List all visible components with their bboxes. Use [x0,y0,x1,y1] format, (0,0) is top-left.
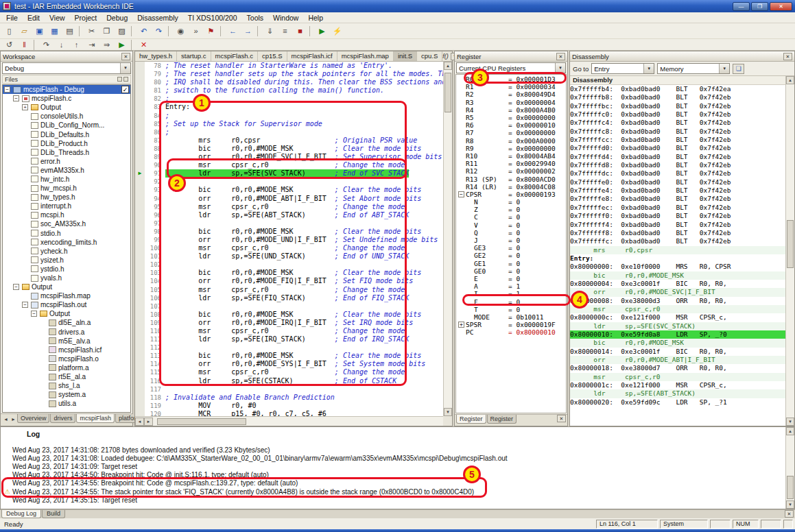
scroll-right-icon[interactable]: ► [144,418,153,426]
navigate-forward-button[interactable]: → [241,25,255,38]
tree-item[interactable]: mcspi.h [3,210,130,219]
menu-view[interactable]: View [45,12,70,23]
menu-help[interactable]: Help [303,12,328,23]
disassembly-row[interactable]: 0x7fffffbc: 0xbad0bad0 BLT 0x7f42eb [570,102,785,110]
code-line[interactable]: 115 msr cpsr_c,r0 ; Change the mode [135,368,443,376]
log-vertical-scrollbar[interactable]: ▲ ▼ [785,427,794,509]
maximize-button[interactable]: ❐ [751,2,768,11]
function-list-button[interactable]: f() [442,53,449,60]
code-line[interactable]: 103 bic r0,r0,#MODE_MSK ; Clear the mode… [135,269,443,277]
register-row[interactable]: R11= 0x00029940 [456,160,566,167]
tree-item[interactable]: drivers.a [3,328,130,337]
disassembly-row[interactable]: 0x7fffffcc: 0xbad0bad0 BLT 0x7f42eb [570,136,785,144]
scroll-left-icon[interactable]: ◄ [135,418,144,426]
code-line[interactable]: 119 MOV r0, #0 [135,402,443,410]
scroll-down-icon[interactable]: ▼ [444,408,452,416]
tree-item[interactable]: soc_AM335x.h [3,219,130,228]
tree-item[interactable]: stdio.h [3,229,130,238]
scroll-down-icon[interactable]: ▼ [786,418,794,426]
disassembly-row[interactable]: ldr sp,=SFE(ABT_STACK) [570,389,785,398]
register-row[interactable]: C= 0 [456,213,566,221]
menu-file[interactable]: File [1,12,23,23]
scroll-down-icon[interactable]: ▼ [786,500,794,509]
navigate-backward-button[interactable]: ← [226,25,240,38]
disassembly-row[interactable]: 0x7ffffff0: 0xbad0bad0 BLT 0x7f42eb [570,212,785,220]
code-line[interactable]: 114 orr r0,r0,#MODE_SYS|I_F_BIT ; Set Sy… [135,360,443,368]
disassembly-listing[interactable]: 0x7fffffb4: 0xbad0bad0 BLT 0x7f42ea0x7ff… [570,85,785,426]
tree-item[interactable]: dl5E_aln.a [3,318,130,327]
editor-tab-hw-types-h[interactable]: hw_types.h [135,51,177,61]
tree-item[interactable]: xencoding_limits.h [3,238,130,247]
find-next-button[interactable]: » [189,25,203,38]
editor-tab-mcspiflash-c[interactable]: mcspiFlash.c [211,51,258,61]
close-icon[interactable]: ✕ [783,53,792,60]
register-row[interactable]: R2= 0x800049D4 [456,90,566,98]
disassembly-row[interactable]: 0x8000001c: 0xe121f000 MSR CPSR_c, [570,381,785,389]
minimize-button[interactable]: — [733,2,750,11]
tree-item[interactable]: ysizet.h [3,256,130,265]
register-row[interactable]: +SPSR= 0x0000019F [456,321,566,328]
disassembly-row[interactable]: 0x7fffffd8: 0xbad0bad0 BLT 0x7f42eb [570,161,785,169]
code-line[interactable]: 79; The reset handler sets up the stack … [135,70,443,78]
new-document-button[interactable]: ▯ [2,25,16,38]
code-line[interactable]: 84; [135,112,443,120]
disassembly-row[interactable]: 0x80000018: 0xe38000d7 ORR R0, R0, [570,364,785,372]
break-button[interactable]: ‖ [17,40,32,50]
register-row[interactable]: GE1= 0 [456,260,566,267]
register-row[interactable]: R6= 0x00000010 [456,121,566,129]
tree-item[interactable]: mcspiFlash.icf [3,346,130,354]
code-line[interactable]: 93 bic r0,r0,#MODE_MSK ; Clear the mode … [135,186,443,194]
code-line[interactable]: 104 orr r0,r0,#MODE_FIQ|I_F_BIT ; Set FI… [135,277,443,285]
tab-scroll-right-icon[interactable]: ► [10,414,17,425]
code-line[interactable]: 107 [135,302,443,311]
register-row[interactable]: R13 (SP)= 0x8000ACD0 [456,175,566,182]
find-button[interactable]: ◉ [174,25,188,38]
register-row[interactable]: T= 0 [456,306,566,313]
goto-address-combobox[interactable]: Entry ▼ [591,63,654,74]
copy-button[interactable]: ❐ [99,25,114,38]
tree-item[interactable]: −mcspiFlash.out [3,300,130,309]
go-button[interactable]: ▶ [115,40,129,50]
code-line[interactable]: 116 ldr sp,=SFE(CSTACK) ; End of CSTACK [135,377,443,385]
disassembly-row[interactable]: bic r0,r0,#MODE_MSK [570,271,785,280]
editor-tab-init-s[interactable]: init.S [394,51,417,61]
close-button[interactable]: ✕ [770,2,792,11]
configuration-dropdown[interactable]: Debug ▼ [2,62,131,74]
register-tab-1[interactable]: Register [456,415,486,424]
disassembly-row[interactable]: 0x7fffffd0: 0xbad0bad0 BLT 0x7f42eb [570,144,785,152]
tree-item[interactable]: yvals.h [3,274,130,282]
workspace-tab-mcspiflash[interactable]: mcspiFlash [76,414,115,423]
reset-button[interactable]: ↺ [2,40,16,50]
message-tab-build[interactable]: Build [42,510,65,518]
stop-debugging-button[interactable]: ✕ [137,40,151,50]
code-line[interactable]: 100 msr cpsr_c,r0 ; Change the mode [135,244,443,252]
tree-item[interactable]: DLib_Product.h [3,139,130,148]
code-line[interactable]: 101 ldr sp,=SFE(UND_STACK) ; End of UND_… [135,252,443,261]
tree-item[interactable]: −mcspiFlash.c [3,94,130,103]
tree-item[interactable]: ycheck.h [3,247,130,256]
disassembly-row[interactable]: msr cpsr_c,r0 [570,305,785,313]
expander-icon[interactable]: + [22,104,28,110]
register-row[interactable]: R7= 0x00000000 [456,129,566,136]
code-line[interactable]: ▶91 ldr sp,=SFE(SVC_STACK) ; End of SVC_… [135,169,443,178]
register-row[interactable]: −CPSR= 0x00000193 [456,191,566,198]
editor-tab-startup-c[interactable]: startup.c [177,51,211,61]
register-row[interactable]: PC= 0x80000010 [456,328,566,336]
disassembly-row[interactable]: 0x8000000c: 0xe121f000 MSR CPSR_c, [570,313,785,322]
scrollbar-thumb[interactable] [787,220,794,268]
tree-item[interactable]: utils.a [3,399,130,408]
disassembly-options-button[interactable]: ❏ [733,64,744,74]
disassembly-row[interactable]: mrs r0,cpsr [570,246,785,254]
save-all-button[interactable]: ▦ [47,25,62,38]
tree-item[interactable]: rt5E_al.a [3,372,130,381]
code-line[interactable]: 111 ldr sp,=SFE(IRQ_STACK) ; End of IRQ_… [135,335,443,343]
tree-item[interactable]: −Output [3,282,130,291]
workspace-tab-drivers[interactable]: drivers [50,414,75,423]
print-button[interactable]: ▤ [62,25,77,38]
expander-icon[interactable]: − [458,191,464,197]
code-line[interactable]: 98 bic r0,r0,#MODE_MSK ; Clear the mode … [135,228,443,236]
code-line[interactable]: 88 bic r0,r0,#MODE_MSK ; Clear the mode … [135,145,443,153]
redo-button[interactable]: ↷ [152,25,166,38]
step-over-button[interactable]: ↷ [39,40,54,50]
register-row[interactable]: N= 0 [456,198,566,206]
